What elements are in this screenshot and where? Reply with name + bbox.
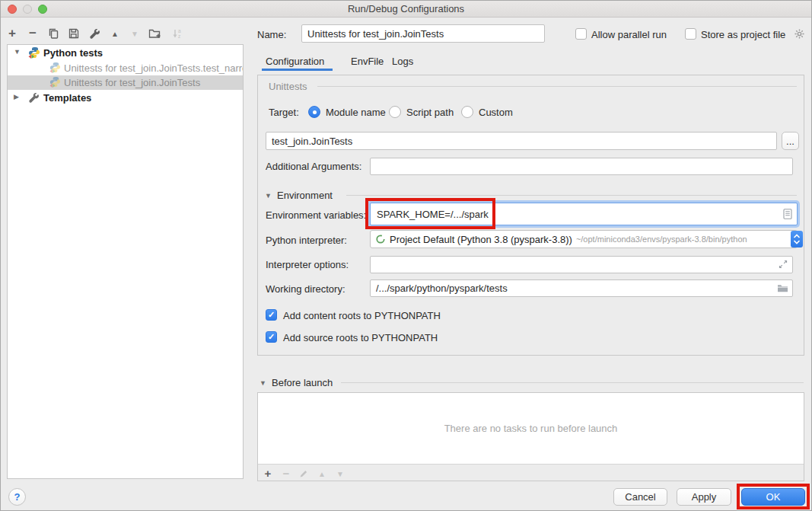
- environment-variables-input[interactable]: SPARK_HOME=/.../spark: [370, 203, 798, 225]
- move-down-icon: ▼: [131, 30, 139, 38]
- close-window-icon[interactable]: [8, 5, 17, 14]
- before-launch-panel: There are no tasks to run before launch …: [257, 392, 804, 481]
- check-icon: ✓: [268, 310, 275, 319]
- store-as-project-file-checkbox[interactable]: [685, 28, 696, 40]
- new-folder-icon: [148, 27, 161, 40]
- unittests-section-title: Unittests: [269, 81, 307, 92]
- tree-group-label: Templates: [43, 92, 91, 104]
- interpreter-dropdown-stepper[interactable]: [791, 231, 803, 248]
- name-input[interactable]: [301, 24, 545, 43]
- tree-group-templates[interactable]: ▶ Templates: [8, 91, 243, 106]
- expand-field-button[interactable]: [779, 260, 788, 269]
- chevron-right-icon[interactable]: ▶: [14, 93, 19, 101]
- section-divider: [317, 86, 797, 87]
- python-interpreter-value: Project Default (Python 3.8 (pyspark-3.8…: [390, 234, 572, 245]
- before-launch-section-title[interactable]: Before launch: [272, 377, 333, 388]
- tree-item-label: Unittests for test_join.JoinTests: [64, 77, 200, 88]
- help-button[interactable]: ?: [8, 488, 26, 506]
- copy-configuration-button[interactable]: [46, 27, 60, 40]
- minimize-window-icon: [23, 5, 32, 14]
- radio-custom[interactable]: [461, 106, 473, 118]
- tree-item-jointests-selected[interactable]: Unittests for test_join.JoinTests: [8, 75, 243, 90]
- radio-module-name-label[interactable]: Module name: [326, 107, 386, 118]
- interpreter-options-input[interactable]: [370, 256, 793, 273]
- active-tab-underline: [262, 69, 333, 71]
- save-configuration-button[interactable]: [67, 27, 81, 40]
- browse-folder-button[interactable]: [777, 283, 788, 293]
- interpreter-options-label: Interpreter options:: [266, 259, 349, 270]
- ok-button[interactable]: OK: [741, 488, 805, 506]
- create-folder-button[interactable]: [148, 27, 161, 40]
- configurations-tree: ▼ Python tests Unittests for test_join.J…: [7, 44, 244, 479]
- allow-parallel-run-label: Allow parallel run: [591, 29, 667, 40]
- chevron-down-icon[interactable]: ▼: [260, 379, 266, 387]
- additional-arguments-label: Additional Arguments:: [266, 161, 361, 172]
- apply-button[interactable]: Apply: [677, 488, 731, 506]
- add-content-roots-checkbox[interactable]: ✓: [266, 309, 277, 321]
- zoom-window-icon[interactable]: [38, 5, 47, 14]
- up-down-chevrons-icon: [792, 232, 801, 246]
- edit-templates-button[interactable]: [88, 27, 101, 40]
- env-list-icon: [783, 209, 792, 219]
- move-task-down-button[interactable]: ▼: [333, 467, 347, 481]
- store-as-project-file-label: Store as project file: [701, 29, 785, 40]
- python-interpreter-select[interactable]: Project Default (Python 3.8 (pyspark-3.8…: [370, 230, 798, 248]
- radio-script-path-label[interactable]: Script path: [406, 107, 454, 118]
- python-interpreter-label: Python interpreter:: [266, 235, 347, 246]
- python-tests-icon: [49, 76, 61, 88]
- add-configuration-button[interactable]: +: [5, 27, 19, 40]
- working-directory-input[interactable]: [370, 279, 793, 297]
- check-icon: ✓: [268, 332, 275, 341]
- remove-configuration-button[interactable]: −: [26, 27, 40, 40]
- radio-module-name[interactable]: [308, 106, 320, 118]
- working-directory-label: Working directory:: [266, 283, 345, 295]
- before-launch-task-list: There are no tasks to run before launch: [258, 393, 804, 465]
- radio-custom-label[interactable]: Custom: [479, 107, 513, 118]
- edit-env-vars-button[interactable]: [783, 209, 792, 219]
- target-label: Target:: [269, 107, 299, 118]
- add-source-roots-checkbox[interactable]: ✓: [266, 331, 277, 343]
- target-input[interactable]: [266, 132, 777, 150]
- move-up-icon: ▲: [318, 470, 326, 478]
- templates-wrench-icon: [28, 92, 40, 104]
- cancel-button[interactable]: Cancel: [613, 488, 667, 506]
- add-source-roots-label: Add source roots to PYTHONPATH: [283, 332, 438, 343]
- add-content-roots-label: Add content roots to PYTHONPATH: [283, 310, 441, 321]
- tree-item-label: Unittests for test_join.JoinTests.test_n…: [64, 62, 243, 74]
- environment-variables-label: Environment variables:: [266, 209, 366, 221]
- remove-task-button[interactable]: −: [279, 467, 293, 481]
- edit-task-button[interactable]: [297, 467, 310, 481]
- move-up-button[interactable]: ▲: [108, 27, 122, 40]
- move-up-icon: ▲: [111, 30, 119, 38]
- svg-text:a: a: [178, 28, 181, 34]
- add-task-button[interactable]: +: [261, 467, 275, 481]
- sort-az-icon: az: [172, 27, 184, 40]
- allow-parallel-run-checkbox[interactable]: [575, 28, 587, 40]
- remove-icon: −: [29, 27, 37, 40]
- move-task-up-button[interactable]: ▲: [315, 467, 329, 481]
- store-settings-gear-button[interactable]: [794, 28, 805, 40]
- environment-variables-value: SPARK_HOME=/.../spark: [377, 209, 489, 220]
- additional-arguments-input[interactable]: [370, 158, 793, 175]
- tab-configuration[interactable]: Configuration: [266, 56, 324, 67]
- chevron-down-icon[interactable]: ▼: [14, 48, 21, 56]
- environment-section-title[interactable]: Environment: [277, 190, 333, 201]
- folder-icon: [777, 283, 788, 293]
- tree-group-python-tests[interactable]: ▼ Python tests: [8, 46, 243, 61]
- wrench-icon: [89, 28, 100, 40]
- radio-script-path[interactable]: [389, 106, 401, 118]
- tree-item-test-narrow[interactable]: Unittests for test_join.JoinTests.test_n…: [8, 61, 243, 75]
- tab-logs[interactable]: Logs: [392, 56, 413, 67]
- configuration-panel: Unittests Target: Module name Script pat…: [257, 75, 804, 356]
- add-icon: +: [265, 468, 272, 480]
- svg-text:z: z: [178, 34, 180, 39]
- window-title: Run/Debug Configurations: [1, 1, 811, 17]
- section-divider: [346, 195, 797, 196]
- browse-target-button[interactable]: ...: [782, 132, 799, 150]
- sort-configurations-button[interactable]: az: [171, 27, 185, 40]
- move-down-button[interactable]: ▼: [128, 27, 142, 40]
- chevron-down-icon[interactable]: ▼: [265, 192, 272, 200]
- conda-env-icon: [375, 234, 386, 244]
- tab-envfile[interactable]: EnvFile: [351, 56, 384, 67]
- copy-icon: [47, 27, 59, 40]
